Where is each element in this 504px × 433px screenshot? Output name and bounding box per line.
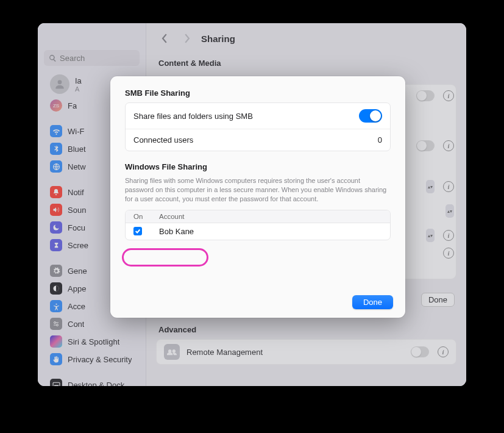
smb-toggle[interactable] (359, 109, 382, 123)
bluetooth-icon (50, 143, 62, 155)
windows-description: Sharing files with some Windows computer… (125, 176, 391, 204)
svg-point-5 (57, 324, 59, 326)
stepper-icon[interactable]: ▴▾ (426, 229, 435, 242)
section-content-media: Content & Media (146, 54, 466, 71)
info-icon[interactable]: i (443, 181, 454, 192)
svg-point-8 (168, 349, 171, 352)
table-row[interactable]: Bob Kane (126, 223, 390, 240)
sidebar-user-name: Ia (75, 76, 82, 85)
appearance-icon (50, 282, 62, 295)
highlight-ring (122, 248, 208, 267)
advanced-title: Advanced (158, 325, 196, 334)
bg-service-row: ▴▾ i (426, 180, 454, 193)
family-avatar-icon: ZS (50, 99, 62, 112)
done-button[interactable]: Done (352, 295, 393, 309)
info-icon[interactable]: i (443, 230, 454, 241)
connected-users-count: 0 (378, 135, 382, 145)
back-button[interactable] (157, 31, 172, 46)
bg-service-row: ▴▾ (445, 204, 454, 218)
sidebar-item-control-center[interactable]: Cont (41, 315, 142, 332)
dock-icon (50, 379, 62, 386)
stepper-icon[interactable]: ▴▾ (445, 204, 454, 218)
header: Sharing (146, 23, 466, 54)
options-sheet: SMB File Sharing Share files and folders… (110, 76, 405, 318)
sidebar-item-siri[interactable]: Siri & Spotlight (41, 333, 142, 350)
remote-management-toggle[interactable] (411, 346, 429, 357)
info-icon[interactable]: i (443, 248, 454, 259)
svg-point-4 (54, 322, 56, 324)
speaker-icon (50, 204, 62, 216)
search-icon (49, 54, 57, 62)
sidebar-user-sub: A (75, 85, 82, 93)
bg-service-row: i (416, 140, 454, 151)
hand-icon (50, 353, 62, 365)
globe-icon (50, 160, 62, 173)
search-input[interactable] (60, 54, 135, 63)
accounts-table: On Account Bob Kane (125, 210, 391, 240)
moon-icon (50, 221, 62, 234)
toggle[interactable] (416, 140, 435, 151)
control-center-icon (50, 318, 62, 330)
svg-rect-7 (54, 385, 59, 386)
remote-management-row[interactable]: Remote Management i (156, 339, 456, 365)
windows-heading: Windows File Sharing (125, 162, 391, 171)
bg-service-row: ▴▾ i (426, 229, 454, 242)
info-icon[interactable]: i (438, 346, 449, 357)
info-icon[interactable]: i (443, 140, 454, 151)
column-on: On (133, 213, 159, 220)
bg-service-row: i (443, 248, 454, 259)
wifi-icon (50, 125, 62, 137)
info-icon[interactable]: i (443, 90, 454, 101)
svg-point-9 (172, 349, 176, 352)
svg-point-3 (55, 303, 57, 304)
stepper-icon[interactable]: ▴▾ (426, 180, 435, 193)
bell-icon (50, 186, 62, 198)
avatar-icon (50, 74, 69, 94)
remote-management-label: Remote Management (186, 348, 263, 357)
remote-management-icon (164, 344, 180, 360)
siri-icon (50, 335, 62, 348)
account-checkbox[interactable] (133, 227, 142, 235)
accessibility-icon (50, 300, 62, 312)
connected-users-row: Connected users 0 (126, 129, 390, 151)
table-header: On Account (126, 210, 390, 223)
bg-service-row: i (416, 90, 454, 101)
account-name: Bob Kane (159, 227, 194, 236)
column-account: Account (159, 213, 185, 220)
smb-panel: Share files and folders using SMB Connec… (125, 102, 391, 151)
hourglass-icon (50, 239, 62, 251)
smb-heading: SMB File Sharing (125, 88, 391, 98)
sidebar-item-desktop-dock[interactable]: Desktop & Dock (41, 376, 142, 386)
gear-icon (50, 265, 62, 277)
done-button-background[interactable]: Done (421, 293, 455, 307)
page-title: Sharing (201, 34, 235, 44)
search-field[interactable] (44, 50, 140, 66)
sidebar-item-privacy[interactable]: Privacy & Security (41, 351, 142, 368)
smb-share-row: Share files and folders using SMB (126, 103, 390, 129)
svg-point-0 (58, 80, 62, 84)
forward-button[interactable] (179, 31, 194, 46)
toggle[interactable] (416, 90, 435, 101)
